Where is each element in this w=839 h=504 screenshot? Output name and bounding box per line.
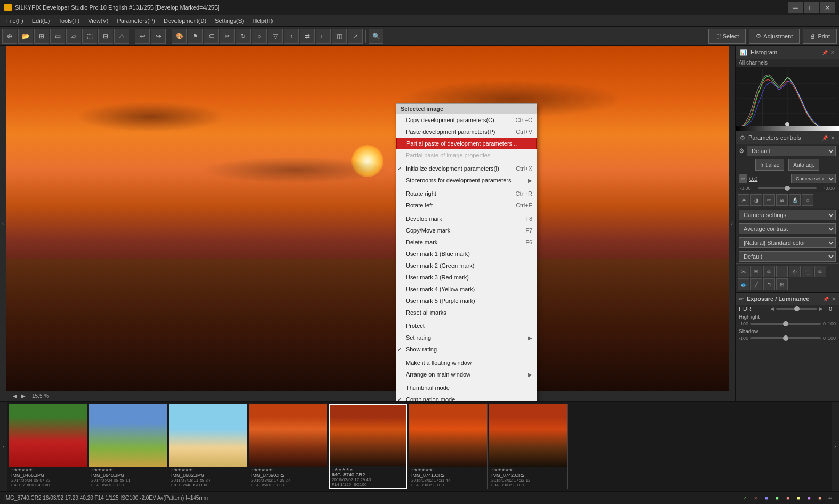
ctx-copymove-mark[interactable]: Copy/Move mark F7 (396, 225, 537, 236)
ctx-reset-marks[interactable]: Reset all marks (396, 307, 537, 318)
hdr-right-btn[interactable]: ▶ (819, 306, 823, 311)
histogram-header[interactable]: 📊 Histogram 📌 ✕ (736, 46, 839, 59)
ctx-copy-dev[interactable]: Copy development parameters(C) Ctrl+C (396, 114, 537, 126)
thumb-left-arrow[interactable]: ‹ (0, 402, 7, 491)
toolbar-display[interactable]: □ (316, 29, 331, 44)
tool-2-2[interactable]: 👁 (750, 266, 762, 277)
exposure-slider-label[interactable]: 0.0 (749, 175, 789, 182)
default-param-select[interactable]: Default (739, 251, 836, 262)
tool-2-9[interactable]: ╱ (750, 278, 762, 290)
histogram-close-icon[interactable]: ✕ (830, 50, 835, 55)
ctx-show-rating[interactable]: Show rating (396, 343, 537, 355)
tool-2-6[interactable]: ⬚ (802, 266, 813, 277)
thumb-item-img8739[interactable]: RAW ○★★★★★ IMG_8739.CR2 2016/03/02 17:29… (249, 404, 327, 489)
histogram-pin-icon[interactable]: 📌 (822, 50, 828, 55)
tool-contrast[interactable]: ◑ (750, 194, 762, 206)
ctx-floating-window[interactable]: Make it a floating window (396, 357, 537, 369)
thumb-item-img8740[interactable]: RAW ○★★★★★ IMG_8740.CR2 2016/03/02 17:29… (329, 404, 407, 489)
toolbar-export[interactable]: ↑ (284, 29, 299, 44)
ctx-user-mark-2[interactable]: User mark 2 (Green mark) (396, 260, 537, 271)
toolbar-compare[interactable]: ⊟ (98, 29, 113, 44)
toolbar-lens[interactable]: ○ (252, 29, 267, 44)
highlight-track[interactable] (750, 323, 821, 325)
ctx-user-mark-1[interactable]: User mark 1 (Blue mark) (396, 248, 537, 260)
toolbar-split[interactable]: ⬚ (82, 29, 97, 44)
zoom-left-arrow[interactable]: ◀ (11, 393, 19, 399)
status-color-4[interactable]: ■ (794, 494, 803, 502)
status-color-1[interactable]: ■ (762, 494, 771, 502)
thumb-right-arrow[interactable]: › (832, 402, 839, 491)
toolbar-filter[interactable]: ▽ (268, 29, 283, 44)
menu-help[interactable]: Help(H) (249, 15, 277, 27)
left-panel-toggle[interactable]: ‹ (0, 46, 6, 401)
status-color-2[interactable]: ■ (773, 494, 781, 502)
select-button[interactable]: ⬚ Select (708, 29, 746, 44)
status-color-6[interactable]: ■ (816, 494, 824, 502)
maximize-button[interactable]: □ (804, 2, 819, 13)
hdr-track[interactable] (776, 308, 817, 310)
thumb-item-img8640[interactable]: ○★★★★★ IMG_8640.JPG 2014/05/24 08:58:11 … (89, 404, 167, 489)
toolbar-rotate[interactable]: ↻ (236, 29, 251, 44)
tool-2-3[interactable]: ✏ (763, 266, 775, 277)
menu-development[interactable]: Development(D) (159, 15, 211, 27)
hdr-thumb[interactable] (794, 306, 800, 311)
ctx-user-mark-5[interactable]: User mark 5 (Purple mark) (396, 295, 537, 307)
tool-2-11[interactable]: ⊞ (776, 278, 788, 290)
toolbar-search[interactable]: 🔍 (369, 29, 383, 44)
histogram-midpoint-handle[interactable] (785, 122, 789, 126)
ctx-user-mark-4[interactable]: User mark 4 (Yellow mark) (396, 283, 537, 295)
tool-noise[interactable]: ≋ (776, 194, 788, 206)
ctx-user-mark-3[interactable]: User mark 3 (Red mark) (396, 271, 537, 283)
right-panel-toggle[interactable]: › (729, 46, 735, 401)
tool-2-10[interactable]: ↰ (763, 278, 775, 290)
thumb-item-img8682[interactable]: ○★★★★★ IMG_8682.JPG 2011/07/18 11:58:37 … (169, 404, 247, 489)
exposure-thumb[interactable] (785, 186, 790, 191)
toolbar-share[interactable]: ⇄ (300, 29, 315, 44)
ctx-init-dev[interactable]: Initialize development parameters(I) Ctr… (396, 163, 537, 174)
params-close-icon[interactable]: ✕ (830, 135, 835, 141)
tool-sharpen[interactable]: 🔬 (789, 194, 801, 206)
toolbar-warning[interactable]: ⚠ (114, 29, 129, 44)
exposure-slider-dropdown[interactable]: Camera settings (791, 174, 836, 183)
tool-2-1[interactable]: ✂ (738, 266, 749, 277)
status-color-3[interactable]: ■ (784, 494, 792, 502)
params-pin-icon[interactable]: 📌 (822, 135, 828, 141)
status-arrow-icon[interactable]: ↩ (826, 494, 835, 502)
ctx-delete-mark[interactable]: Delete mark F6 (396, 236, 537, 248)
toolbar-grid[interactable]: ⊞ (34, 29, 49, 44)
toolbar-arrow[interactable]: ↗ (348, 29, 363, 44)
toolbar-open[interactable]: 📂 (18, 29, 33, 44)
tool-color[interactable]: ✏ (763, 194, 775, 206)
camera-settings-select[interactable]: Camera settings (739, 210, 836, 220)
status-color-5[interactable]: ■ (805, 494, 813, 502)
shadow-track[interactable] (750, 337, 821, 339)
tool-2-8[interactable]: 🐟 (738, 278, 749, 290)
menu-tools[interactable]: Tools(T) (54, 15, 84, 27)
toolbar-flag[interactable]: ⚑ (188, 29, 203, 44)
exposure-close-icon[interactable]: ✕ (832, 296, 836, 302)
adjustment-button[interactable]: ⚙ Adjustment (749, 29, 800, 44)
params-header[interactable]: ⚙ Parameters controls 📌 ✕ (736, 131, 839, 144)
tool-lens[interactable]: ○ (802, 194, 813, 206)
exposure-track[interactable] (758, 187, 817, 189)
tool-2-7[interactable]: ✏ (814, 266, 826, 277)
tool-2-4[interactable]: ⊤ (776, 266, 788, 277)
close-button[interactable]: ✕ (820, 2, 835, 13)
ctx-rotate-left[interactable]: Rotate left Ctrl+E (396, 199, 537, 211)
menu-parameters[interactable]: Parameters(P) (113, 15, 159, 27)
auto-adj-button[interactable]: Auto adj. (788, 159, 819, 171)
status-x-icon[interactable]: ✕ (752, 494, 760, 502)
minimize-button[interactable]: ─ (788, 2, 803, 13)
toolbar-redo[interactable]: ↪ (151, 29, 166, 44)
ctx-paste-dev[interactable]: Paste development parameters(P) Ctrl+V (396, 126, 537, 138)
thumb-item-img8466[interactable]: ○★★★★★ IMG_8466.JPG 2014/05/24 08:07:32 … (9, 404, 87, 489)
toolbar-single[interactable]: ▭ (50, 29, 65, 44)
toolbar-undo[interactable]: ↩ (135, 29, 150, 44)
params-default-select[interactable]: Default (747, 146, 836, 156)
thumb-item-img8741[interactable]: RAW ○★★★★★ IMG_8741.CR2 2016/03/02 17:31… (409, 404, 488, 489)
zoom-right-arrow[interactable]: ▶ (19, 393, 28, 399)
ctx-storerooms[interactable]: Storerooms for development parameters ▶ (396, 174, 537, 186)
ctx-protect[interactable]: Protect (396, 320, 537, 332)
shadow-thumb[interactable] (783, 335, 788, 341)
ctx-set-rating[interactable]: Set rating ▶ (396, 332, 537, 343)
